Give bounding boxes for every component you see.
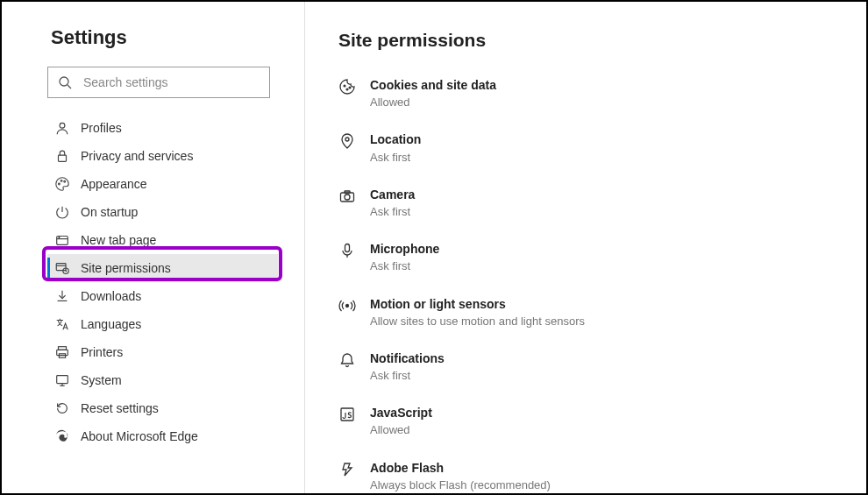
microphone-icon	[338, 242, 356, 259]
settings-nav: Profiles Privacy and services Appearance	[47, 114, 278, 450]
reset-icon	[54, 400, 70, 416]
camera-icon	[338, 187, 356, 205]
permission-cookies[interactable]: Cookies and site data Allowed	[338, 77, 840, 110]
sidebar-item-onstartup[interactable]: On startup	[47, 198, 278, 226]
sidebar-item-privacy[interactable]: Privacy and services	[47, 142, 278, 170]
permission-title: Camera	[370, 187, 415, 202]
svg-point-0	[60, 77, 68, 86]
permission-javascript[interactable]: JavaScript Allowed	[338, 405, 840, 438]
permission-title: Adobe Flash	[370, 460, 551, 476]
permission-title: Cookies and site data	[370, 77, 496, 93]
sidebar-item-newtab[interactable]: New tab page	[47, 226, 278, 254]
svg-point-20	[344, 85, 345, 87]
svg-rect-10	[56, 264, 66, 271]
edge-icon	[54, 428, 70, 444]
svg-point-9	[59, 237, 60, 238]
permission-title: Notifications	[370, 350, 445, 366]
sidebar-item-system[interactable]: System	[47, 366, 278, 394]
sidebar-item-appearance[interactable]: Appearance	[47, 170, 278, 198]
sidebar-item-printers[interactable]: Printers	[47, 338, 278, 366]
svg-point-23	[345, 138, 349, 141]
sidebar-item-downloads[interactable]: Downloads	[47, 282, 278, 310]
sidebar-item-languages[interactable]: Languages	[47, 310, 278, 338]
svg-point-4	[59, 183, 60, 185]
system-icon	[54, 372, 70, 388]
sidebar-item-profiles[interactable]: Profiles	[47, 114, 278, 142]
sidebar-item-site-permissions[interactable]: Site permissions	[47, 254, 278, 282]
permission-camera[interactable]: Camera Ask first	[338, 187, 840, 220]
cookie-icon	[338, 78, 356, 95]
permission-title: Microphone	[370, 241, 439, 257]
main-panel: Site permissions Cookies and site data A…	[305, 2, 866, 493]
settings-sidebar: Settings Profiles	[2, 2, 305, 493]
permission-motion-sensors[interactable]: Motion or light sensors Allow sites to u…	[338, 296, 840, 329]
svg-point-21	[346, 88, 348, 90]
svg-point-29	[346, 304, 349, 307]
permission-status: Ask first	[370, 204, 415, 220]
search-wrapper	[47, 67, 278, 98]
svg-rect-3	[59, 155, 67, 161]
power-icon	[54, 204, 70, 220]
permission-status: Ask first	[370, 150, 421, 166]
svg-line-1	[68, 85, 71, 88]
permission-location[interactable]: Location Ask first	[338, 131, 840, 165]
sidebar-item-about[interactable]: About Microsoft Edge	[47, 422, 278, 450]
permission-status: Allowed	[370, 95, 496, 110]
sidebar-item-label: Reset settings	[81, 401, 159, 415]
permission-flash[interactable]: Adobe Flash Always block Flash (recommen…	[338, 460, 840, 493]
settings-title: Settings	[51, 26, 278, 49]
svg-point-5	[60, 180, 62, 182]
javascript-icon	[338, 406, 356, 423]
flash-icon	[338, 461, 356, 478]
permissions-list: Cookies and site data Allowed Location A…	[338, 77, 840, 493]
sidebar-item-label: Profiles	[81, 121, 122, 135]
permission-title: JavaScript	[370, 405, 432, 421]
printer-icon	[54, 344, 70, 360]
permission-status: Ask first	[370, 368, 445, 384]
page-title: Site permissions	[338, 30, 840, 51]
permissions-icon	[54, 260, 70, 276]
sidebar-item-label: Downloads	[81, 289, 141, 303]
sensor-icon	[338, 297, 356, 315]
permission-status: Allowed	[370, 422, 432, 438]
palette-icon	[54, 176, 70, 192]
sidebar-item-label: About Microsoft Edge	[81, 429, 198, 443]
svg-point-25	[345, 194, 350, 200]
sidebar-item-label: Languages	[81, 317, 141, 331]
permission-microphone[interactable]: Microphone Ask first	[338, 241, 840, 274]
search-icon	[58, 75, 72, 89]
permission-status: Allow sites to use motion and light sens…	[370, 314, 585, 329]
svg-point-6	[64, 180, 66, 182]
svg-point-22	[349, 87, 351, 88]
search-input[interactable]	[47, 67, 270, 98]
permission-title: Motion or light sensors	[370, 296, 585, 312]
svg-rect-26	[345, 191, 350, 194]
person-icon	[54, 120, 70, 136]
svg-point-2	[60, 123, 65, 128]
permission-status: Ask first	[370, 258, 439, 274]
svg-rect-17	[57, 376, 68, 384]
lock-icon	[54, 148, 70, 164]
svg-rect-30	[341, 408, 353, 421]
svg-rect-27	[345, 244, 350, 252]
sidebar-item-label: New tab page	[81, 233, 156, 247]
permission-title: Location	[370, 131, 421, 147]
sidebar-item-label: Site permissions	[81, 261, 171, 275]
sidebar-item-label: Privacy and services	[81, 149, 193, 163]
sidebar-item-reset[interactable]: Reset settings	[47, 394, 278, 422]
sidebar-item-label: On startup	[81, 205, 138, 219]
languages-icon	[54, 316, 70, 332]
svg-rect-15	[57, 350, 68, 355]
permission-notifications[interactable]: Notifications Ask first	[338, 350, 840, 384]
download-icon	[54, 288, 70, 304]
sidebar-item-label: Appearance	[81, 177, 147, 191]
sidebar-item-label: Printers	[81, 345, 123, 359]
permission-status: Always block Flash (recommended)	[370, 477, 551, 493]
sidebar-item-label: System	[81, 373, 122, 387]
bell-icon	[338, 351, 356, 369]
location-icon	[338, 132, 356, 150]
newtab-icon	[54, 232, 70, 248]
